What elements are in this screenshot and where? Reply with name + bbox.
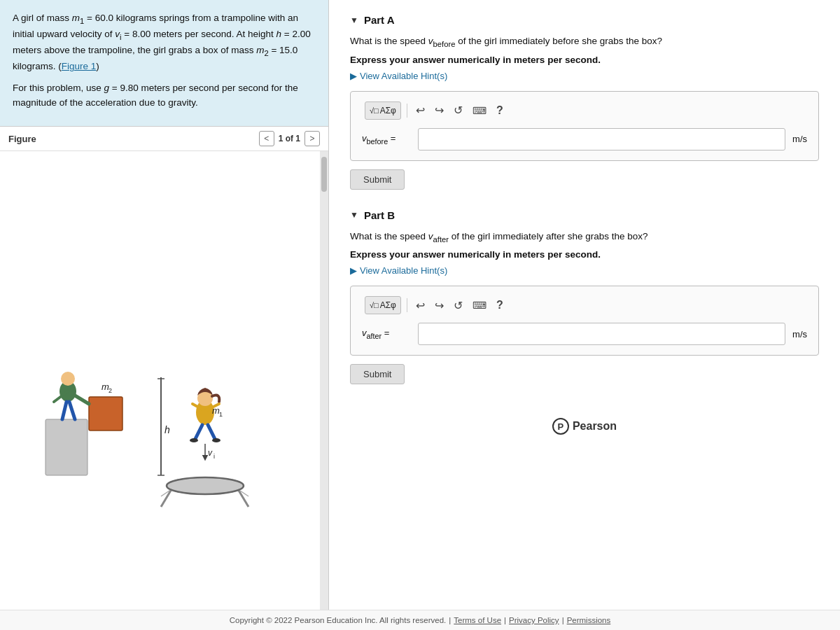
copyright-text: Copyright © 2022 Pearson Education Inc. … <box>230 616 447 624</box>
svg-text:2: 2 <box>108 387 112 394</box>
figure-illustration: m 2 <box>31 251 298 510</box>
part-a-undo-button[interactable]: ↩ <box>413 102 428 118</box>
part-a-header: ▼ Part A <box>350 14 819 26</box>
part-a-toolbar-sep <box>407 104 407 118</box>
part-a-title: Part A <box>364 14 395 26</box>
part-b-math-button[interactable]: √□ ΑΣφ <box>365 296 401 314</box>
privacy-policy-link[interactable]: Privacy Policy <box>509 616 559 624</box>
part-b-collapse-arrow[interactable]: ▼ <box>350 210 358 220</box>
svg-point-22 <box>212 438 220 442</box>
part-a-sigma-icon: ΑΣφ <box>380 106 396 115</box>
svg-text:1: 1 <box>219 411 223 418</box>
part-a-unit: m/s <box>792 134 807 144</box>
copyright-separator1: | <box>449 616 451 624</box>
problem-line2: For this problem, use g = 9.80 meters pe… <box>13 81 316 111</box>
part-a-question: What is the speed vbefore of the girl im… <box>350 34 819 50</box>
svg-text:i: i <box>214 453 215 460</box>
part-b-submit-button[interactable]: Submit <box>350 364 405 384</box>
part-a-hint-label: View Available Hint(s) <box>360 71 447 81</box>
part-b-title: Part B <box>364 209 395 221</box>
part-b-section: ▼ Part B What is the speed vafter of the… <box>350 209 819 385</box>
part-a-submit-button[interactable]: Submit <box>350 169 405 190</box>
part-b-refresh-button[interactable]: ↺ <box>451 298 465 314</box>
part-b-keyboard-button[interactable]: ⌨ <box>470 298 489 312</box>
figure-nav: < 1 of 1 > <box>259 131 320 146</box>
svg-text:h: h <box>164 424 170 435</box>
part-a-section: ▼ Part A What is the speed vbefore of th… <box>350 14 819 190</box>
right-panel: ▼ Part A What is the speed vbefore of th… <box>329 0 840 610</box>
part-b-unit: m/s <box>792 329 807 340</box>
figure-content: m 2 <box>0 151 328 610</box>
part-b-undo-button[interactable]: ↩ <box>413 298 428 314</box>
part-b-input-row: vafter = m/s <box>362 323 807 345</box>
pearson-logo: P Pearson <box>552 418 617 435</box>
figure-header: Figure < 1 of 1 > <box>0 127 328 151</box>
part-b-redo-button[interactable]: ↪ <box>432 298 447 314</box>
svg-rect-1 <box>46 419 88 475</box>
part-b-input-label: vafter = <box>362 328 411 340</box>
part-a-math-icon: √□ <box>370 106 379 115</box>
part-a-hint-link[interactable]: ▶ View Available Hint(s) <box>350 71 819 81</box>
svg-point-6 <box>61 372 75 386</box>
figure-page-indicator: 1 of 1 <box>279 134 300 144</box>
part-a-answer-box: √□ ΑΣφ ↩ ↪ ↺ ⌨ ? vbefore = m/s <box>350 91 819 161</box>
problem-description: A girl of mass m1 = 60.0 kilograms sprin… <box>0 0 328 127</box>
part-a-collapse-arrow[interactable]: ▼ <box>350 15 358 25</box>
figure-label: Figure <box>8 134 36 144</box>
copyright-bar: Copyright © 2022 Pearson Education Inc. … <box>0 610 840 630</box>
part-a-answer-input[interactable] <box>418 128 785 150</box>
permissions-link[interactable]: Permissions <box>567 616 611 624</box>
part-b-hint-label: View Available Hint(s) <box>360 265 447 276</box>
copyright-separator2: | <box>504 616 506 624</box>
svg-point-21 <box>190 438 198 442</box>
svg-text:v: v <box>208 448 213 458</box>
part-b-question: What is the speed vafter of the girl imm… <box>350 230 819 246</box>
part-b-math-icon: √□ <box>370 301 379 309</box>
figure-prev-button[interactable]: < <box>259 131 274 146</box>
part-a-keyboard-button[interactable]: ⌨ <box>470 104 489 118</box>
part-a-express: Express your answer numerically in meter… <box>350 55 819 65</box>
part-b-help-button[interactable]: ? <box>493 298 506 313</box>
part-a-input-label: vbefore = <box>362 133 411 146</box>
part-a-redo-button[interactable]: ↪ <box>432 102 447 118</box>
pearson-p-icon: P <box>552 418 569 435</box>
pearson-footer: P Pearson <box>350 411 819 438</box>
part-b-answer-box: √□ ΑΣφ ↩ ↪ ↺ ⌨ ? vafter = m/s <box>350 286 819 356</box>
part-b-sigma-icon: ΑΣφ <box>380 300 396 310</box>
part-a-hint-arrow: ▶ <box>350 71 357 81</box>
problem-line1: A girl of mass m1 = 60.0 kilograms sprin… <box>13 11 316 74</box>
part-b-toolbar-sep <box>407 298 407 312</box>
svg-rect-2 <box>89 397 122 430</box>
part-b-toolbar: √□ ΑΣφ ↩ ↪ ↺ ⌨ ? <box>362 296 807 314</box>
copyright-separator3: | <box>562 616 564 624</box>
part-a-input-row: vbefore = m/s <box>362 128 807 150</box>
terms-of-use-link[interactable]: Terms of Use <box>454 616 501 624</box>
scrollbar-thumb <box>321 157 327 192</box>
figure-next-button[interactable]: > <box>304 131 320 146</box>
part-b-header: ▼ Part B <box>350 209 819 221</box>
figure-area: Figure < 1 of 1 > m 2 <box>0 127 328 610</box>
part-b-answer-input[interactable] <box>418 323 785 345</box>
part-a-refresh-button[interactable]: ↺ <box>451 102 465 118</box>
pearson-name: Pearson <box>573 420 617 433</box>
part-a-toolbar: √□ ΑΣφ ↩ ↪ ↺ ⌨ ? <box>362 102 807 120</box>
part-a-help-button[interactable]: ? <box>493 103 506 118</box>
figure-scrollbar[interactable] <box>320 151 328 610</box>
left-panel: A girl of mass m1 = 60.0 kilograms sprin… <box>0 0 329 610</box>
part-b-express: Express your answer numerically in meter… <box>350 249 819 260</box>
part-b-hint-arrow: ▶ <box>350 265 357 276</box>
part-b-hint-link[interactable]: ▶ View Available Hint(s) <box>350 265 819 276</box>
part-a-math-button[interactable]: √□ ΑΣφ <box>365 102 401 120</box>
